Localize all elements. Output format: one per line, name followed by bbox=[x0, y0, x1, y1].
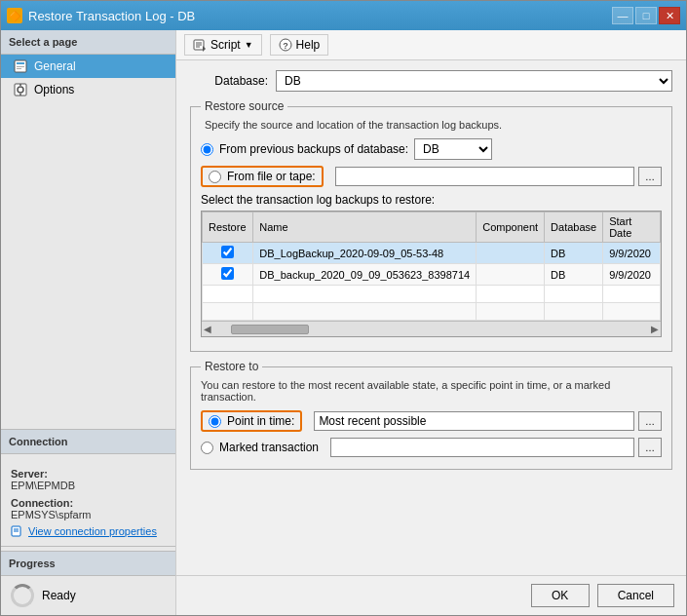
main-layout: Select a page General Options Connection… bbox=[1, 30, 686, 615]
close-button[interactable]: ✕ bbox=[659, 7, 680, 24]
marked-transaction-radio[interactable] bbox=[201, 442, 213, 454]
view-connection-link[interactable]: View connection properties bbox=[11, 524, 166, 538]
backup-name-2: DB_backup_2020_09_09_053623_8398714 bbox=[253, 264, 477, 286]
database-2: DB bbox=[545, 264, 603, 286]
from-previous-row: From previous backups of database: DB bbox=[201, 138, 662, 160]
from-file-orange-border: From file or tape: bbox=[201, 166, 324, 187]
backup-name-1: DB_LogBackup_2020-09-09_05-53-48 bbox=[253, 243, 477, 264]
from-file-input-group: … bbox=[335, 167, 662, 186]
connection-label: Connection: bbox=[11, 497, 166, 509]
col-database: Database bbox=[545, 212, 603, 243]
from-previous-db-select[interactable]: DB bbox=[414, 138, 492, 160]
database-row: Database: DB bbox=[190, 70, 672, 92]
title-controls: — □ ✕ bbox=[612, 7, 680, 24]
restore-to-fieldset: Restore to You can restore to the most r… bbox=[190, 360, 672, 470]
sidebar-item-options[interactable]: Options bbox=[1, 78, 175, 101]
svg-rect-3 bbox=[17, 68, 21, 69]
restore-source-fieldset: Restore source Specify the source and lo… bbox=[190, 99, 672, 352]
progress-header: Progress bbox=[1, 551, 175, 576]
restore-to-description: You can restore to the most recent avail… bbox=[201, 379, 662, 403]
marked-transaction-row: Marked transaction … bbox=[201, 438, 662, 457]
from-previous-label: From previous backups of database: bbox=[219, 142, 408, 156]
title-bar-left: 🔶 Restore Transaction Log - DB bbox=[7, 8, 195, 23]
script-dropdown-icon[interactable]: ▼ bbox=[245, 40, 253, 50]
point-in-time-input[interactable] bbox=[314, 411, 634, 431]
marked-transaction-input-group: … bbox=[330, 438, 662, 457]
from-file-input[interactable] bbox=[335, 167, 634, 186]
marked-transaction-input[interactable] bbox=[330, 438, 634, 457]
progress-status: Ready bbox=[42, 589, 76, 602]
connection-info: Server: EPM\EPMDB Connection: EPMSYS\spf… bbox=[1, 454, 175, 546]
scrollbar-thumb[interactable] bbox=[231, 325, 309, 334]
scroll-left-arrow[interactable]: ◀ bbox=[204, 324, 211, 334]
minimize-button[interactable]: — bbox=[612, 7, 633, 24]
svg-rect-2 bbox=[17, 66, 24, 67]
point-in-time-row: Point in time: … bbox=[201, 410, 662, 432]
script-button[interactable]: Script ▼ bbox=[184, 34, 262, 56]
cancel-button[interactable]: Cancel bbox=[597, 584, 674, 607]
restore-checkbox-cell bbox=[203, 264, 253, 286]
point-in-time-input-group: … bbox=[314, 411, 662, 431]
col-component: Component bbox=[477, 212, 545, 243]
database-select-container: DB bbox=[276, 70, 672, 92]
toolbar: Script ▼ ? Help bbox=[176, 30, 686, 60]
component-1 bbox=[477, 243, 545, 264]
from-file-label: From file or tape: bbox=[227, 170, 316, 183]
connection-value: EPMSYS\spfarm bbox=[11, 509, 166, 520]
from-file-browse-button[interactable]: … bbox=[638, 167, 662, 186]
restore-checkbox-2[interactable] bbox=[221, 267, 234, 280]
options-label: Options bbox=[34, 83, 74, 96]
script-label: Script bbox=[210, 38, 241, 52]
bottom-bar: OK Cancel bbox=[176, 575, 686, 615]
scroll-right-arrow[interactable]: ▶ bbox=[651, 324, 659, 334]
svg-rect-1 bbox=[17, 62, 24, 64]
sidebar: Select a page General Options Connection… bbox=[1, 30, 176, 615]
form-content: Database: DB Restore source Specify the … bbox=[176, 60, 686, 575]
col-restore: Restore bbox=[203, 212, 253, 243]
restore-to-legend: Restore to bbox=[201, 360, 262, 373]
select-backups-label: Select the transaction log backups to re… bbox=[201, 193, 662, 207]
component-2 bbox=[477, 264, 545, 286]
select-page-header: Select a page bbox=[1, 30, 175, 55]
help-label: Help bbox=[296, 38, 321, 52]
svg-text:?: ? bbox=[283, 41, 288, 51]
restore-source-description: Specify the source and location of the t… bbox=[205, 119, 662, 131]
progress-spinner bbox=[11, 584, 34, 607]
backup-table: Restore Name Component Database Start Da… bbox=[202, 212, 661, 321]
general-label: General bbox=[34, 59, 76, 73]
server-value: EPM\EPMDB bbox=[11, 480, 166, 491]
restore-checkbox-cell bbox=[203, 243, 253, 264]
from-file-row: From file or tape: … bbox=[201, 166, 662, 187]
horizontal-scrollbar[interactable]: ◀ ▶ bbox=[202, 321, 661, 336]
content-area: Script ▼ ? Help Database: DB bbox=[176, 30, 686, 615]
table-row bbox=[203, 303, 661, 321]
ok-button[interactable]: OK bbox=[531, 584, 590, 607]
restore-source-legend: Restore source bbox=[201, 99, 287, 113]
start-date-1: 9/9/2020 bbox=[603, 243, 661, 264]
app-icon: 🔶 bbox=[7, 8, 22, 23]
server-label: Server: bbox=[11, 468, 166, 480]
database-label: Database: bbox=[190, 74, 268, 88]
table-row[interactable]: DB_LogBackup_2020-09-09_05-53-48 DB 9/9/… bbox=[203, 243, 661, 264]
help-button[interactable]: ? Help bbox=[270, 34, 329, 56]
point-in-time-browse-button[interactable]: … bbox=[638, 411, 662, 431]
from-previous-radio[interactable] bbox=[201, 143, 213, 156]
connection-header: Connection bbox=[1, 430, 175, 454]
point-in-time-radio[interactable] bbox=[209, 415, 221, 428]
marked-transaction-label: Marked transaction bbox=[219, 441, 319, 454]
col-name: Name bbox=[253, 212, 477, 243]
start-date-2: 9/9/2020 bbox=[603, 264, 661, 286]
sidebar-item-general[interactable]: General bbox=[1, 55, 175, 78]
point-in-time-label: Point in time: bbox=[227, 414, 294, 428]
table-row[interactable]: DB_backup_2020_09_09_053623_8398714 DB 9… bbox=[203, 264, 661, 286]
marked-transaction-browse-button[interactable]: … bbox=[638, 438, 662, 457]
from-file-radio[interactable] bbox=[209, 171, 221, 183]
maximize-button[interactable]: □ bbox=[635, 7, 657, 24]
window-title: Restore Transaction Log - DB bbox=[28, 9, 195, 23]
database-1: DB bbox=[545, 243, 603, 264]
view-connection-text: View connection properties bbox=[28, 525, 157, 537]
progress-content: Ready bbox=[1, 576, 175, 615]
restore-checkbox-1[interactable] bbox=[221, 246, 234, 258]
database-select[interactable]: DB bbox=[276, 70, 672, 92]
main-window: 🔶 Restore Transaction Log - DB — □ ✕ Sel… bbox=[0, 0, 687, 616]
